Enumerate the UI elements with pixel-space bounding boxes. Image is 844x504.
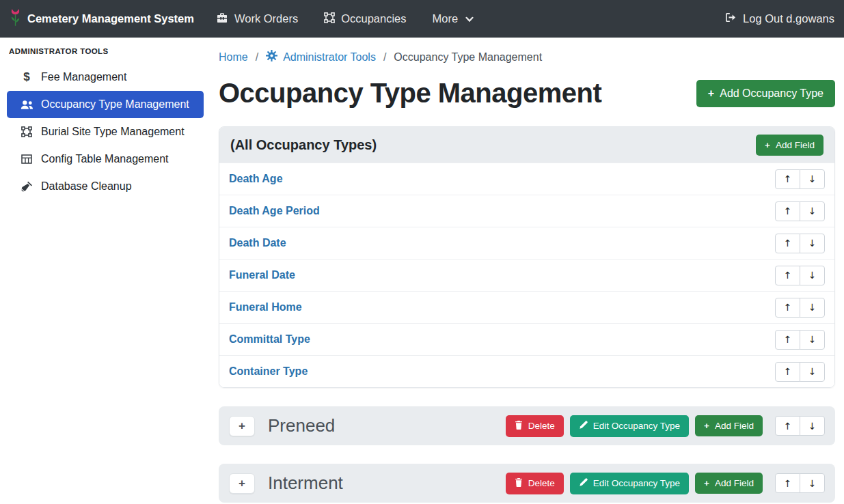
plus-icon: + [765, 140, 770, 150]
sidebar-item-database-cleanup[interactable]: Database Cleanup [7, 173, 204, 200]
edit-occupancy-type-button[interactable]: Edit Occupancy Type [570, 415, 689, 437]
move-down-button[interactable]: ↓ [800, 298, 825, 318]
reorder-group: ↑ ↓ [775, 416, 825, 436]
reorder-group: ↑ ↓ [775, 266, 825, 285]
add-field-button[interactable]: + Add Field [695, 415, 763, 436]
sidebar-item-config-table-management[interactable]: Config Table Management [7, 145, 204, 173]
field-row: Committal Type ↑ ↓ [219, 323, 834, 355]
title-row: Occupancy Type Management + Add Occupanc… [219, 78, 835, 109]
delete-label: Delete [528, 478, 555, 488]
move-down-button[interactable]: ↓ [800, 473, 825, 493]
nav-work-orders[interactable]: Work Orders [216, 12, 298, 26]
reorder-group: ↑ ↓ [775, 473, 825, 493]
chevron-down-icon [465, 12, 474, 25]
move-up-button[interactable]: ↑ [775, 266, 800, 285]
card-title: (All Occupancy Types) [230, 137, 377, 153]
expand-button[interactable]: + [229, 416, 255, 436]
move-down-button[interactable]: ↓ [800, 169, 825, 189]
delete-button[interactable]: Delete [506, 415, 564, 437]
field-link-death-date[interactable]: Death Date [229, 237, 286, 249]
move-down-button[interactable]: ↓ [800, 416, 825, 436]
edit-occupancy-type-label: Edit Occupancy Type [593, 478, 680, 488]
field-row: Funeral Home ↑ ↓ [219, 291, 834, 323]
field-row: Funeral Date ↑ ↓ [219, 259, 834, 291]
frame-icon [324, 12, 335, 26]
breadcrumb-admin-tools-link[interactable]: Administrator Tools [266, 50, 376, 64]
sidebar-item-label: Fee Management [41, 71, 126, 83]
logout-label: Log Out d.gowans [743, 12, 834, 25]
move-down-button[interactable]: ↓ [800, 234, 825, 253]
top-navbar: Cemetery Management System Work Orders [0, 0, 844, 38]
add-field-label: Add Field [715, 421, 754, 431]
brand-title: Cemetery Management System [27, 12, 194, 25]
expand-button[interactable]: + [229, 473, 255, 494]
trash-icon [515, 421, 523, 432]
reorder-group: ↑ ↓ [775, 234, 825, 253]
add-field-label: Add Field [776, 140, 815, 150]
sidebar-item-label: Burial Site Type Management [41, 126, 185, 138]
breadcrumb-separator: / [383, 51, 386, 64]
sidebar-item-occupancy-type-management[interactable]: Occupancy Type Management [7, 91, 204, 118]
field-row: Death Date ↑ ↓ [219, 227, 834, 259]
pencil-icon [579, 478, 588, 489]
add-field-label: Add Field [715, 478, 754, 488]
field-link-funeral-date[interactable]: Funeral Date [229, 269, 295, 281]
move-up-button[interactable]: ↑ [775, 362, 800, 382]
section-actions: Delete Edit Occupancy Type + Add Field ↑… [506, 473, 825, 494]
plus-icon: + [708, 87, 714, 100]
field-link-committal-type[interactable]: Committal Type [229, 333, 310, 346]
breadcrumb-home-link[interactable]: Home [219, 51, 248, 64]
move-up-button[interactable]: ↑ [775, 330, 800, 350]
nav-work-orders-label: Work Orders [234, 12, 298, 25]
add-occupancy-type-button[interactable]: + Add Occupancy Type [696, 80, 835, 107]
section-preneed: + Preneed Delete Edit Occupancy Type + [219, 406, 835, 445]
reorder-group: ↑ ↓ [775, 169, 825, 189]
section-interment: + Interment Delete Edit Occupancy Type + [219, 464, 835, 503]
nav-more[interactable]: More [433, 12, 474, 25]
move-up-button[interactable]: ↑ [775, 416, 800, 436]
sidebar-item-label: Database Cleanup [41, 180, 132, 193]
plus-icon: + [704, 421, 709, 431]
field-link-death-age[interactable]: Death Age [229, 173, 283, 185]
move-down-button[interactable]: ↓ [800, 362, 825, 382]
breadcrumb-home-label: Home [219, 51, 248, 64]
nav-occupancies[interactable]: Occupancies [324, 12, 406, 26]
field-link-funeral-home[interactable]: Funeral Home [229, 301, 302, 313]
move-down-button[interactable]: ↓ [800, 201, 825, 221]
gear-icon [266, 50, 277, 64]
sidebar-item-burial-site-type-management[interactable]: Burial Site Type Management [7, 118, 204, 145]
reorder-group: ↑ ↓ [775, 362, 825, 382]
field-row: Container Type ↑ ↓ [219, 355, 834, 387]
add-field-button[interactable]: + Add Field [756, 135, 823, 156]
users-icon [19, 100, 34, 110]
all-occupancy-types-card: (All Occupancy Types) + Add Field Death … [219, 126, 835, 388]
dollar-icon: $ [19, 70, 34, 84]
sidebar-item-fee-management[interactable]: $ Fee Management [7, 64, 204, 91]
sidebar-item-label: Occupancy Type Management [41, 98, 189, 111]
field-link-container-type[interactable]: Container Type [229, 365, 308, 378]
section-title: Preneed [268, 415, 335, 436]
brand[interactable]: Cemetery Management System [10, 8, 194, 29]
edit-occupancy-type-label: Edit Occupancy Type [593, 421, 680, 431]
delete-button[interactable]: Delete [506, 473, 564, 494]
table-icon [19, 154, 34, 165]
logout-icon [725, 12, 737, 25]
pencil-icon [579, 421, 588, 432]
move-up-button[interactable]: ↑ [775, 298, 800, 318]
move-down-button[interactable]: ↓ [800, 330, 825, 350]
add-field-button[interactable]: + Add Field [695, 473, 763, 494]
logout-link[interactable]: Log Out d.gowans [725, 12, 834, 25]
move-down-button[interactable]: ↓ [800, 266, 825, 285]
field-row: Death Age Period ↑ ↓ [219, 195, 834, 227]
move-up-button[interactable]: ↑ [775, 169, 800, 189]
nav-more-label: More [433, 12, 459, 25]
edit-occupancy-type-button[interactable]: Edit Occupancy Type [570, 473, 689, 494]
breadcrumb: Home / [219, 50, 835, 64]
field-link-death-age-period[interactable]: Death Age Period [229, 205, 320, 217]
breadcrumb-separator: / [256, 51, 258, 64]
move-up-button[interactable]: ↑ [775, 473, 800, 493]
reorder-group: ↑ ↓ [775, 201, 825, 221]
sidebar-item-label: Config Table Management [41, 153, 169, 165]
move-up-button[interactable]: ↑ [775, 201, 800, 221]
move-up-button[interactable]: ↑ [775, 234, 800, 253]
